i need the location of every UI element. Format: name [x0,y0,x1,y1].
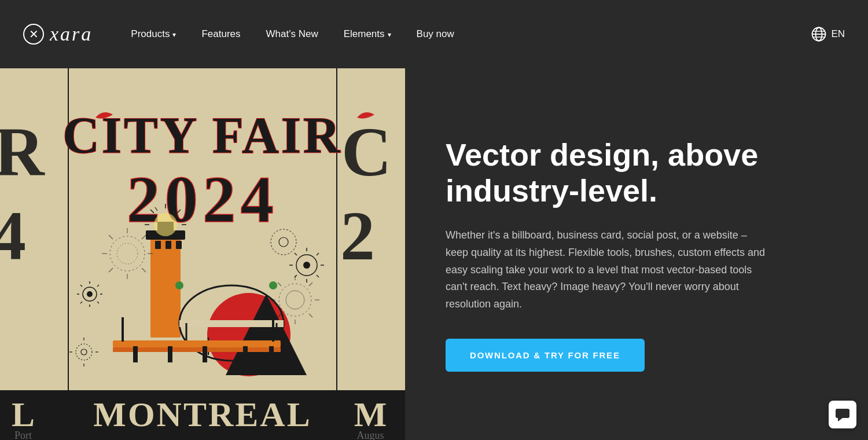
svg-text:Old Port: Old Port [254,430,290,440]
svg-rect-49 [269,346,274,362]
language-selector[interactable]: EN [811,27,845,42]
chat-widget[interactable] [829,401,856,428]
svg-rect-45 [133,346,138,362]
nav-link-whats-new[interactable]: What's New [253,24,331,45]
svg-text:Augus: Augus [356,430,384,440]
poster-artwork: R 4 CITY FAIR CITY FAIR CITY FAIR 2024 2… [0,68,405,440]
svg-rect-36 [179,320,284,327]
chevron-down-icon: ▾ [172,31,176,39]
nav-item-elements[interactable]: Elements ▾ [331,24,404,45]
svg-point-50 [175,281,183,289]
svg-rect-20 [165,241,171,249]
text-section: Vector design, above industry-level. Whe… [405,68,868,440]
hero-description: Whether it's a billboard, business card,… [446,227,770,313]
svg-rect-41 [113,340,281,347]
svg-rect-44 [272,317,274,342]
svg-text:4: 4 [0,197,26,274]
nav-item-buy-now[interactable]: Buy now [404,24,467,45]
nav-links: Products ▾ Features What's New Elements … [118,24,811,45]
svg-point-63 [303,262,310,269]
svg-rect-21 [176,241,182,249]
svg-text:2: 2 [340,197,375,274]
cta-download-button[interactable]: DOWNLOAD & TRY FOR FREE [446,339,645,372]
nav-link-products[interactable]: Products ▾ [118,24,189,45]
logo-text: xara [50,23,93,45]
svg-text:2024: 2024 [127,163,278,236]
svg-marker-111 [838,418,843,421]
chat-icon [834,408,851,421]
nav-link-elements[interactable]: Elements ▾ [331,24,404,45]
svg-text:L: L [12,395,35,434]
svg-rect-43 [122,317,124,342]
nav-item-whats-new[interactable]: What's New [253,24,331,45]
svg-point-53 [87,291,93,297]
nav-link-buy-now[interactable]: Buy now [404,24,467,45]
globe-icon [811,27,826,42]
svg-rect-48 [243,346,248,362]
svg-text:C: C [341,113,392,190]
nav-link-features[interactable]: Features [189,24,253,45]
nav-item-products[interactable]: Products ▾ [118,24,189,45]
svg-text:MONTREAL: MONTREAL [93,395,311,434]
logo[interactable]: ✕ xara [23,23,93,45]
svg-text:M: M [354,395,387,434]
svg-point-24 [154,213,177,236]
nav-right: EN [811,27,845,42]
svg-rect-46 [168,346,172,362]
language-label: EN [831,28,845,40]
navbar: ✕ xara Products ▾ Features What's New El… [0,0,868,68]
main-content: R 4 CITY FAIR CITY FAIR CITY FAIR 2024 2… [0,68,868,440]
svg-rect-42 [113,347,281,352]
svg-text:August / 1 - 15: August / 1 - 15 [103,430,165,440]
chevron-down-icon: ▾ [388,31,391,39]
svg-rect-110 [836,409,849,418]
logo-icon: ✕ [23,24,44,45]
svg-point-51 [269,281,277,289]
svg-text:R: R [0,113,45,190]
svg-text:Port: Port [14,430,32,440]
svg-rect-19 [155,241,161,249]
svg-rect-47 [203,346,207,362]
poster-section: R 4 CITY FAIR CITY FAIR CITY FAIR 2024 2… [0,68,405,440]
hero-headline: Vector design, above industry-level. [446,137,822,208]
nav-item-features[interactable]: Features [189,24,253,45]
